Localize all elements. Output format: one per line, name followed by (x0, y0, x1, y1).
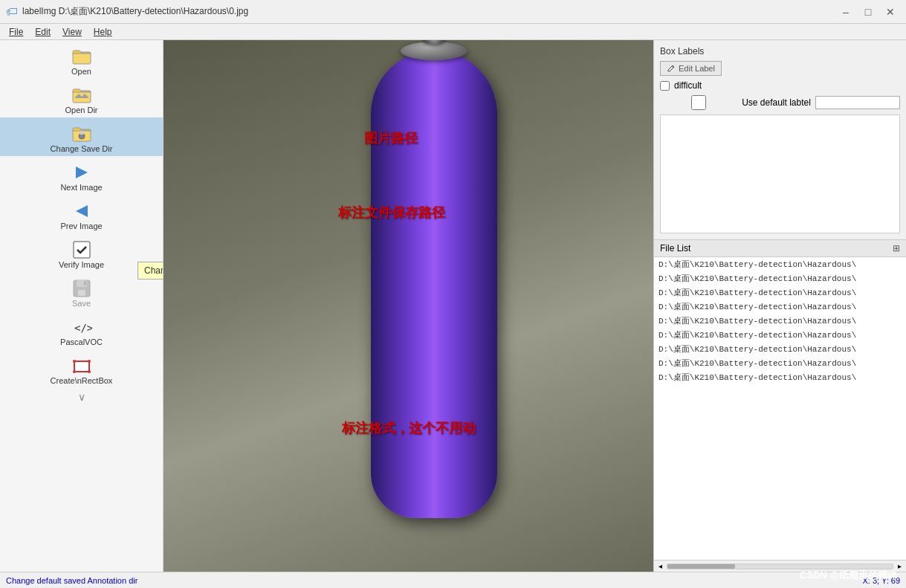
status-bar: Change default saved Annotation dir X: 3… (0, 572, 906, 588)
folder-icon (71, 46, 92, 67)
list-item[interactable]: D:\桌面\K210\Battery-detection\Hazardous\ (654, 356, 906, 370)
pascal-voc-icon: </> (71, 317, 92, 337)
menu-bar: File Edit View Help (0, 24, 906, 40)
use-default-label-checkbox[interactable] (660, 95, 737, 110)
prev-image-label: Prev Image (60, 222, 102, 230)
svg-rect-11 (84, 281, 86, 285)
box-labels-title: Box Labels (660, 46, 900, 56)
next-image-button[interactable]: Next Image (0, 156, 163, 195)
app-icon: 🏷 (6, 5, 18, 19)
more-indicator[interactable]: ∨ (0, 388, 163, 406)
maximize-button[interactable]: □ (858, 4, 878, 19)
menu-help[interactable]: Help (88, 25, 118, 39)
window-controls: – □ ✕ (836, 4, 900, 19)
folder-save-icon (71, 123, 92, 144)
edit-label-button[interactable]: Edit Label (660, 61, 722, 76)
list-item[interactable]: D:\桌面\K210\Battery-detection\Hazardous\ (654, 300, 906, 314)
label-text-area (660, 114, 900, 233)
next-image-icon (71, 162, 92, 183)
file-list-title: File List (660, 243, 690, 253)
right-panel: Box Labels Edit Label difficult Use defa… (653, 40, 906, 572)
title-bar: 🏷 labelImg D:\桌面\K210\Battery-detection\… (0, 0, 906, 24)
svg-point-17 (88, 370, 91, 373)
svg-marker-6 (76, 205, 88, 217)
svg-rect-7 (74, 242, 90, 258)
pascal-voc-button[interactable]: </> PascalVOC (0, 311, 163, 349)
file-list-scroll-x[interactable]: ◂ ▸ (654, 560, 906, 572)
folder-open-icon (71, 85, 92, 106)
prev-image-icon (71, 201, 92, 222)
svg-point-14 (73, 360, 76, 363)
main-area: Open Open Dir ← (0, 40, 906, 572)
list-item[interactable]: D:\桌面\K210\Battery-detection\Hazardous\ (654, 271, 906, 285)
edit-icon (667, 64, 676, 73)
menu-view[interactable]: View (56, 25, 88, 39)
status-message: Change default saved Annotation dir (6, 576, 137, 585)
save-label: Save (72, 299, 91, 308)
difficult-checkbox[interactable] (660, 81, 670, 91)
scroll-right-arrow[interactable]: ▸ (895, 562, 905, 570)
verify-image-icon (71, 239, 92, 260)
next-image-label: Next Image (60, 183, 102, 192)
save-button[interactable]: Save (0, 272, 163, 311)
file-list-icon: ⊞ (893, 243, 900, 253)
open-dir-label: Open Dir (65, 106, 97, 114)
pascal-voc-container: </> PascalVOC ← (0, 311, 163, 349)
default-label-input[interactable] (815, 96, 900, 109)
box-labels-section: Box Labels Edit Label difficult Use defa… (654, 40, 906, 240)
prev-image-button[interactable]: Prev Image (0, 195, 163, 233)
list-item[interactable]: D:\桌面\K210\Battery-detection\Hazardous\ (654, 328, 906, 342)
menu-edit[interactable]: Edit (29, 25, 56, 39)
status-coords: X: 3; Y: 69 (862, 576, 900, 585)
menu-file[interactable]: File (3, 25, 29, 39)
verify-image-button[interactable]: Verify Image (0, 233, 163, 272)
open-dir-container: Open Dir ← (0, 79, 163, 117)
change-save-dir-container: Change Save Dir ← (0, 117, 163, 156)
difficult-row: difficult (660, 80, 900, 91)
change-save-dir-button[interactable]: Change Save Dir (0, 117, 163, 156)
image-area[interactable]: 图片路径 标注文件保存路径 标注格式，这个不用动 (164, 40, 653, 572)
use-default-label-row: Use default labtel (660, 95, 900, 110)
create-rect-button[interactable]: Create\nRectBox (0, 349, 163, 388)
svg-marker-5 (76, 167, 88, 178)
list-item[interactable]: D:\桌面\K210\Battery-detection\Hazardous\ (654, 257, 906, 271)
open-dir-button[interactable]: Open Dir (0, 79, 163, 117)
file-list-section: File List ⊞ D:\桌面\K210\Battery-detection… (654, 240, 906, 572)
list-item[interactable]: D:\桌面\K210\Battery-detection\Hazardous\ (654, 370, 906, 384)
close-button[interactable]: ✕ (881, 4, 900, 19)
svg-point-16 (73, 370, 76, 373)
svg-text:</>: </> (74, 322, 92, 334)
minimize-button[interactable]: – (836, 4, 855, 19)
file-list-header: File List ⊞ (654, 240, 906, 257)
toolbar: Open Open Dir ← (0, 40, 164, 572)
save-icon (71, 278, 92, 299)
window-title: labelImg D:\桌面\K210\Battery-detection\Ha… (22, 5, 248, 18)
open-button[interactable]: Open (0, 40, 163, 79)
create-rect-label: Create\nRectBox (51, 376, 113, 385)
change-save-dir-label: Change Save Dir (51, 144, 113, 153)
create-rect-icon (71, 355, 92, 376)
scroll-left-arrow[interactable]: ◂ (656, 562, 665, 570)
open-label: Open (71, 67, 91, 76)
svg-rect-13 (74, 361, 89, 372)
verify-image-label: Verify Image (59, 260, 104, 269)
list-item[interactable]: D:\桌面\K210\Battery-detection\Hazardous\ (654, 342, 906, 356)
edit-label-text: Edit Label (679, 64, 715, 73)
difficult-label: difficult (674, 80, 702, 91)
pascal-voc-label: PascalVOC (60, 337, 103, 346)
file-list-items[interactable]: D:\桌面\K210\Battery-detection\Hazardous\ … (654, 257, 906, 560)
svg-rect-4 (80, 131, 84, 135)
list-item[interactable]: D:\桌面\K210\Battery-detection\Hazardous\ (654, 314, 906, 328)
use-default-label-text: Use default labtel (742, 97, 811, 108)
image-background (164, 40, 653, 572)
list-item[interactable]: D:\桌面\K210\Battery-detection\Hazardous\ (654, 285, 906, 300)
svg-point-15 (88, 360, 91, 363)
svg-rect-10 (78, 290, 85, 296)
